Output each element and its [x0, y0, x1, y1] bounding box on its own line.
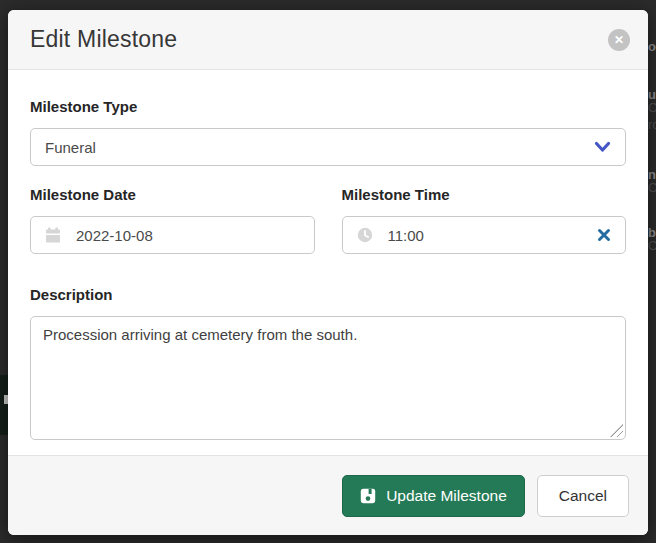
description-textarea[interactable]: Procession arriving at cemetery from the… — [30, 316, 626, 440]
milestone-date-input[interactable] — [76, 227, 300, 244]
milestone-date-control — [30, 216, 315, 254]
update-milestone-label: Update Milestone — [386, 487, 507, 505]
backdrop-text-fragment: C — [648, 101, 656, 114]
backdrop-text-fragment: o — [648, 40, 656, 53]
dialog-footer: Update Milestone Cancel — [8, 455, 648, 535]
calendar-icon — [45, 227, 61, 243]
milestone-date-label: Milestone Date — [30, 186, 315, 203]
clear-time-icon[interactable] — [597, 228, 611, 242]
backdrop-green-patch — [0, 375, 8, 435]
update-milestone-button[interactable]: Update Milestone — [342, 475, 525, 517]
close-icon[interactable]: ✕ — [608, 29, 630, 51]
milestone-time-group: Milestone Time — [342, 186, 627, 254]
milestone-type-value: Funeral — [45, 139, 96, 156]
clock-icon — [357, 227, 373, 243]
milestone-time-label: Milestone Time — [342, 186, 627, 203]
date-time-row: Milestone Date Milestone Time — [30, 186, 626, 254]
description-textarea-wrap: Procession arriving at cemetery from the… — [30, 316, 626, 440]
dialog-body: Milestone Type Funeral Milestone Date — [8, 70, 648, 455]
save-icon — [360, 488, 376, 504]
description-group: Description Procession arriving at cemet… — [30, 286, 626, 440]
dialog-header: Edit Milestone ✕ — [8, 10, 648, 70]
milestone-type-label: Milestone Type — [30, 98, 626, 115]
backdrop-text-fragment: C — [648, 239, 656, 252]
description-label: Description — [30, 286, 626, 303]
milestone-type-group: Milestone Type Funeral — [30, 98, 626, 166]
milestone-time-input[interactable] — [388, 227, 590, 244]
backdrop-text-fragment: C — [648, 181, 656, 194]
milestone-time-control — [342, 216, 627, 254]
cancel-button[interactable]: Cancel — [537, 475, 629, 517]
milestone-type-select[interactable]: Funeral — [30, 128, 626, 166]
dialog-title: Edit Milestone — [30, 26, 177, 53]
milestone-date-group: Milestone Date — [30, 186, 315, 254]
backdrop-text-fragment: ro — [648, 118, 656, 131]
chevron-down-icon — [594, 140, 611, 154]
edit-milestone-dialog: Edit Milestone ✕ Milestone Type Funeral … — [8, 10, 648, 535]
